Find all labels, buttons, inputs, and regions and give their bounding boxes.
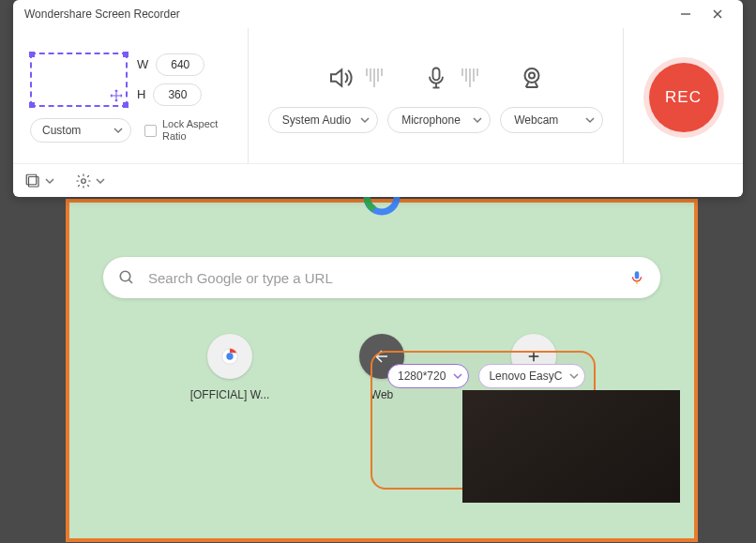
google-logo-partial	[363, 197, 401, 216]
mic-level-meter	[461, 68, 478, 87]
capture-preset-value: Custom	[42, 124, 81, 137]
search-icon	[118, 269, 135, 286]
shortcut-icon	[207, 334, 252, 379]
record-label: REC	[665, 88, 702, 107]
chevron-down-icon	[45, 176, 54, 186]
minimize-button[interactable]	[670, 3, 702, 25]
svg-point-0	[120, 271, 130, 281]
shortcut-label: [OFFICIAL] W...	[190, 388, 270, 401]
capture-preset-select[interactable]: Custom	[30, 118, 131, 143]
settings-button[interactable]	[75, 173, 105, 189]
chevron-down-icon	[360, 115, 370, 125]
move-icon	[109, 88, 124, 103]
search-placeholder: Search Google or type a URL	[148, 270, 615, 286]
camera-select[interactable]: Lenovo EasyC	[478, 364, 585, 388]
audio-level-meter	[366, 68, 383, 87]
search-bar[interactable]: Search Google or type a URL	[103, 257, 660, 298]
webcam-feed	[462, 390, 680, 503]
height-input[interactable]	[153, 83, 202, 106]
chevron-down-icon	[96, 176, 105, 186]
chevron-down-icon	[113, 126, 123, 135]
chevron-down-icon	[585, 115, 595, 125]
system-audio-label: System Audio	[282, 113, 351, 127]
chevron-down-icon	[473, 115, 482, 125]
resolution-value: 1280*720	[398, 370, 446, 383]
height-label: H	[137, 87, 145, 101]
width-label: W	[137, 57, 148, 71]
svg-line-1	[129, 279, 132, 283]
system-audio-select[interactable]: System Audio	[268, 107, 378, 133]
shortcut-item[interactable]: [OFFICIAL] W...	[188, 334, 272, 401]
camera-value: Lenovo EasyC	[489, 370, 562, 383]
webcam-select[interactable]: Webcam	[500, 107, 603, 133]
recorder-window: Wondershare Screen Recorder W	[13, 0, 743, 197]
webcam-label: Webcam	[514, 113, 558, 127]
width-input[interactable]	[156, 53, 204, 76]
microphone-label: Microphone	[401, 113, 461, 127]
capture-area-preview[interactable]	[30, 53, 128, 107]
window-title: Wondershare Screen Recorder	[24, 8, 180, 21]
voice-search-icon[interactable]	[628, 269, 645, 286]
microphone-icon[interactable]	[420, 62, 452, 94]
screenshot-icon	[24, 173, 41, 189]
svg-point-16	[529, 73, 535, 79]
svg-point-15	[524, 68, 538, 83]
record-button[interactable]: REC	[649, 63, 718, 132]
svg-point-19	[82, 178, 86, 183]
chevron-down-icon	[453, 371, 462, 381]
gear-icon	[75, 173, 92, 189]
microphone-select[interactable]: Microphone	[387, 107, 491, 133]
svg-rect-12	[432, 68, 439, 81]
svg-rect-18	[26, 174, 37, 185]
speaker-icon[interactable]	[325, 62, 356, 94]
resolution-select[interactable]: 1280*720 1280*720 800*600 640*480 320*24…	[387, 364, 469, 388]
lock-aspect-toggle[interactable]: Lock Aspect Ratio	[144, 118, 228, 143]
titlebar[interactable]: Wondershare Screen Recorder	[13, 0, 743, 28]
webcam-icon[interactable]	[516, 62, 548, 94]
webcam-preview-popup[interactable]: 1280*720 1280*720 800*600 640*480 320*24…	[370, 351, 596, 490]
chevron-down-icon	[569, 371, 579, 381]
svg-rect-17	[29, 176, 39, 187]
lock-aspect-label: Lock Aspect Ratio	[162, 118, 228, 143]
close-button[interactable]	[702, 3, 733, 25]
svg-rect-2	[635, 271, 640, 279]
checkbox-icon	[144, 125, 157, 137]
screenshot-button[interactable]	[24, 173, 54, 189]
